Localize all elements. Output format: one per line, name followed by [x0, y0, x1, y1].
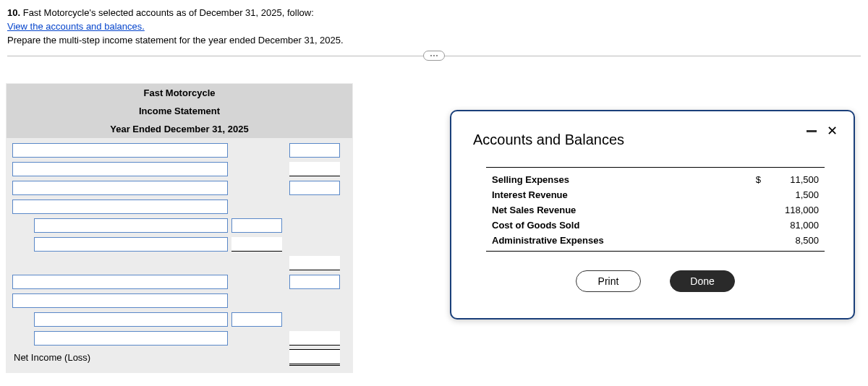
income-statement-worksheet: Fast Motorcycle Income Statement Year En… — [6, 83, 353, 373]
close-icon[interactable]: ✕ — [827, 124, 838, 137]
period: Year Ended December 31, 2025 — [7, 120, 352, 138]
instruction-text: Prepare the multi-step income statement … — [7, 35, 861, 46]
accounts-balances-modal: Accounts and Balances ✕ Selling Expenses… — [450, 110, 855, 319]
line1-label-input[interactable] — [12, 143, 228, 158]
view-accounts-link[interactable]: View the accounts and balances. — [7, 21, 145, 32]
line8-label-input[interactable] — [12, 275, 228, 289]
worksheet-body: Net Income (Loss) — [7, 138, 352, 372]
line4-label-input[interactable] — [12, 200, 228, 214]
line11-amt2-input[interactable] — [289, 331, 340, 346]
minimize-icon[interactable] — [807, 130, 817, 132]
net-income-amt-input[interactable] — [289, 349, 340, 364]
line7-amt2-input[interactable] — [289, 256, 340, 270]
view-link-row: View the accounts and balances. — [7, 21, 861, 32]
expand-handle[interactable] — [423, 51, 445, 61]
line9-label-input[interactable] — [12, 293, 228, 308]
print-button[interactable]: Print — [576, 270, 641, 292]
done-button[interactable]: Done — [670, 270, 735, 292]
line6-label-input[interactable] — [34, 237, 228, 252]
line3-amt2-input[interactable] — [289, 181, 340, 195]
question-number: 10. — [7, 7, 20, 18]
line10-amt1-input[interactable] — [231, 312, 282, 327]
line3-label-input[interactable] — [12, 181, 228, 195]
accounts-table: Selling Expenses $ 11,500 Interest Reven… — [486, 167, 825, 252]
table-row: Interest Revenue 1,500 — [492, 187, 819, 202]
modal-title: Accounts and Balances — [473, 132, 624, 148]
table-row: Selling Expenses $ 11,500 — [492, 172, 819, 187]
line8-amt2-input[interactable] — [289, 275, 340, 289]
table-row: Administrative Expenses 8,500 — [492, 233, 819, 248]
section-divider — [7, 56, 861, 56]
line6-amt1-input[interactable] — [231, 237, 282, 252]
line1-amt2-input[interactable] — [289, 143, 340, 158]
line5-label-input[interactable] — [34, 218, 228, 233]
line11-label-input[interactable] — [34, 331, 228, 346]
company-name: Fast Motorcycle — [7, 84, 352, 102]
table-row: Net Sales Revenue 118,000 — [492, 202, 819, 218]
worksheet-header: Fast Motorcycle Income Statement Year En… — [7, 84, 352, 138]
line2-amt2-input[interactable] — [289, 162, 340, 176]
table-row: Cost of Goods Sold 81,000 — [492, 218, 819, 233]
statement-title: Income Statement — [7, 102, 352, 120]
net-income-label: Net Income (Loss) — [12, 352, 90, 363]
line5-amt1-input[interactable] — [231, 218, 282, 233]
question-header: 10. Fast Motorcycle's selected accounts … — [0, 0, 868, 56]
question-text: 10. Fast Motorcycle's selected accounts … — [7, 7, 861, 18]
line2-label-input[interactable] — [12, 162, 228, 176]
question-body: Fast Motorcycle's selected accounts as o… — [23, 7, 314, 18]
line10-label-input[interactable] — [34, 312, 228, 327]
